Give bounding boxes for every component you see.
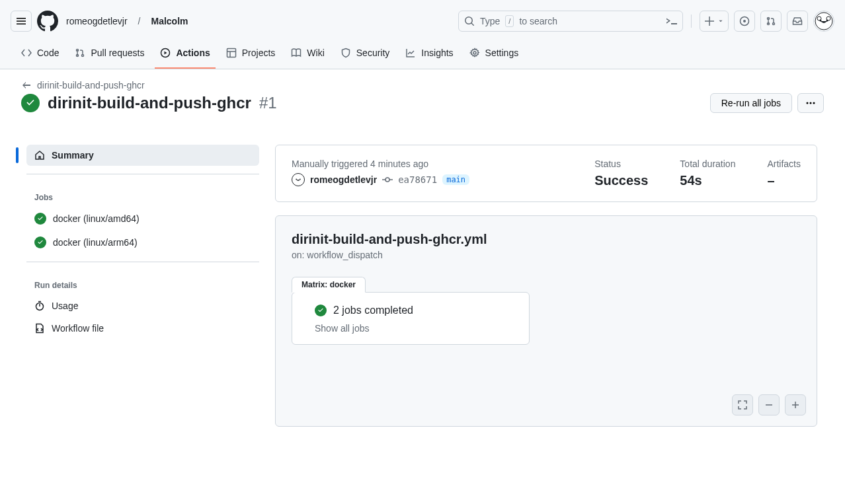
status-success-icon (315, 305, 327, 316)
search-key-hint: / (505, 15, 514, 27)
nav-pulls[interactable]: Pull requests (69, 42, 149, 69)
sidebar-usage[interactable]: Usage (26, 295, 259, 316)
rerun-all-jobs-button[interactable]: Re-run all jobs (710, 93, 792, 113)
home-icon (34, 150, 45, 161)
sidebar: Summary Jobs docker (linux/amd64) docker… (21, 145, 259, 427)
table-icon (226, 48, 237, 58)
commit-icon (382, 174, 393, 185)
nav-actions[interactable]: Actions (155, 42, 215, 69)
workflow-file-name: dirinit-build-and-push-ghcr.yml (292, 232, 801, 247)
fullscreen-button[interactable] (732, 394, 753, 415)
graph-icon (405, 48, 416, 58)
arrow-left-icon (21, 80, 32, 90)
issues-button[interactable] (734, 11, 755, 32)
github-logo[interactable] (37, 11, 58, 32)
issue-icon (739, 16, 750, 26)
sidebar-summary[interactable]: Summary (26, 145, 259, 166)
inbox-icon (792, 16, 803, 26)
status-success-icon (21, 94, 40, 112)
duration-label: Total duration (680, 159, 735, 169)
triangle-down-icon (717, 18, 724, 24)
sidebar-job-1[interactable]: docker (linux/arm64) (26, 231, 259, 254)
jobs-completed-label: 2 jobs completed (333, 305, 413, 316)
code-icon (21, 48, 32, 58)
minus-icon (764, 400, 774, 410)
sidebar-job-label: docker (linux/arm64) (53, 237, 138, 248)
actor-link[interactable]: romeogdetlevjr (310, 174, 377, 185)
nav-pulls-label: Pull requests (91, 48, 144, 58)
stopwatch-icon (34, 301, 45, 311)
sidebar-workflow-file-label: Workflow file (52, 323, 104, 334)
svg-point-11 (810, 102, 812, 104)
nav-settings-label: Settings (485, 48, 519, 58)
file-icon (34, 323, 45, 334)
sidebar-usage-label: Usage (52, 301, 78, 311)
svg-point-16 (385, 178, 389, 182)
back-to-workflow[interactable]: dirinit-build-and-push-ghcr (21, 80, 824, 90)
status-label: Status (594, 159, 648, 169)
sidebar-summary-label: Summary (52, 150, 94, 161)
sidebar-job-label: docker (linux/amd64) (53, 213, 140, 224)
artifacts-label: Artifacts (767, 159, 801, 169)
breadcrumb-owner[interactable]: romeogdetlevjr (63, 16, 130, 26)
back-link-label: dirinit-build-and-push-ghcr (37, 80, 145, 90)
user-avatar[interactable] (813, 11, 834, 32)
more-actions-button[interactable] (797, 93, 824, 113)
summary-card: Manually triggered 4 minutes ago romeogd… (275, 145, 817, 202)
zoom-out-button[interactable] (758, 394, 780, 415)
zoom-in-button[interactable] (785, 394, 806, 415)
commit-sha[interactable]: ea78671 (398, 174, 437, 185)
sidebar-run-details-heading: Run details (26, 270, 259, 295)
svg-rect-8 (227, 49, 235, 57)
nav-security-label: Security (356, 48, 390, 58)
nav-security[interactable]: Security (335, 42, 395, 69)
workflow-trigger: on: workflow_dispatch (292, 250, 801, 260)
nav-wiki[interactable]: Wiki (286, 42, 329, 69)
duration-value: 54s (680, 173, 735, 188)
matrix-node[interactable]: Matrix: docker 2 jobs completed Show all… (292, 292, 530, 345)
branch-badge[interactable]: main (442, 174, 469, 185)
show-all-jobs[interactable]: Show all jobs (315, 323, 370, 334)
pull-requests-button[interactable] (760, 11, 782, 32)
hamburger-menu[interactable] (11, 11, 32, 32)
svg-point-1 (743, 20, 746, 22)
create-new-button[interactable] (700, 11, 729, 32)
nav-actions-label: Actions (176, 48, 210, 58)
nav-wiki-label: Wiki (307, 48, 324, 58)
repo-nav: Code Pull requests Actions Projects Wiki… (11, 42, 834, 69)
sidebar-workflow-file[interactable]: Workflow file (26, 318, 259, 339)
nav-settings[interactable]: Settings (464, 42, 524, 69)
search-icon (464, 16, 475, 26)
artifacts-value: – (767, 173, 801, 188)
sidebar-jobs-heading: Jobs (26, 182, 259, 207)
search-input[interactable]: Type / to search (458, 11, 683, 32)
run-title-number: #1 (259, 94, 277, 112)
command-palette-icon[interactable] (666, 16, 677, 26)
fullscreen-icon (737, 400, 748, 410)
svg-point-9 (473, 52, 476, 54)
workflow-graph: dirinit-build-and-push-ghcr.yml on: work… (275, 215, 817, 427)
search-placeholder-prefix: Type (480, 16, 500, 26)
svg-point-12 (813, 102, 815, 104)
play-icon (160, 48, 171, 58)
nav-insights-label: Insights (421, 48, 453, 58)
github-icon (37, 11, 58, 32)
shield-icon (341, 48, 351, 58)
gear-icon (469, 48, 480, 58)
svg-point-10 (807, 102, 809, 104)
nav-code[interactable]: Code (16, 42, 64, 69)
nav-insights[interactable]: Insights (400, 42, 458, 69)
kebab-icon (805, 98, 816, 108)
status-value: Success (594, 173, 648, 188)
nav-projects[interactable]: Projects (221, 42, 281, 69)
actor-avatar[interactable] (292, 173, 305, 186)
nav-projects-label: Projects (242, 48, 276, 58)
notifications-button[interactable] (787, 11, 808, 32)
trigger-info: Manually triggered 4 minutes ago (292, 159, 563, 169)
status-success-icon (34, 236, 46, 248)
breadcrumb-separator: / (136, 16, 143, 26)
breadcrumb-repo[interactable]: Malcolm (149, 16, 191, 26)
sidebar-job-0[interactable]: docker (linux/amd64) (26, 207, 259, 230)
plus-icon (790, 400, 801, 410)
nav-code-label: Code (37, 48, 59, 58)
